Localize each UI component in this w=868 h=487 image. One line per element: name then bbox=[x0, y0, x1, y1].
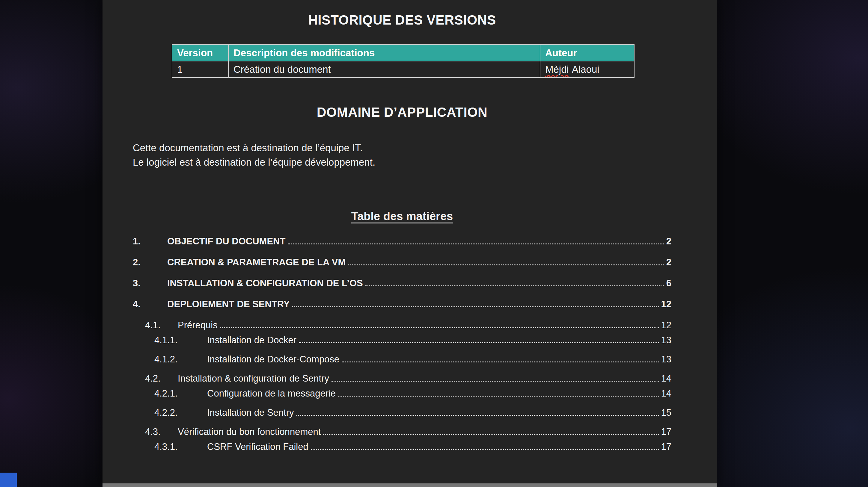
toc-leader-dots bbox=[342, 361, 658, 362]
version-history-table: Version Description des modifications Au… bbox=[172, 44, 634, 78]
toc-entry-number: 4.2.1. bbox=[154, 388, 207, 399]
toc-entry-page: 15 bbox=[661, 407, 671, 419]
column-header-version: Version bbox=[172, 45, 228, 61]
toc-leader-dots bbox=[299, 342, 658, 343]
toc-entry-4-2-1[interactable]: 4.2.1. Configuration de la messagerie 14 bbox=[133, 388, 671, 399]
toc-entry-3[interactable]: 3. INSTALLATION & CONFIGURATION DE L’OS … bbox=[133, 277, 671, 289]
author-first-name: Mèjdi bbox=[545, 64, 569, 75]
toc-entry-number: 1. bbox=[133, 235, 167, 248]
toc-entry-number: 4.3.1. bbox=[154, 441, 207, 453]
paragraph-line-2: Le logiciel est à destination de l’équip… bbox=[133, 155, 671, 169]
toc-entry-4-1-1[interactable]: 4.1.1. Installation de Docker 13 bbox=[133, 334, 671, 346]
toc-entry-label: Installation de Sentry bbox=[207, 407, 294, 419]
toc-entry-2[interactable]: 2. CREATION & PARAMETRAGE DE LA VM 2 bbox=[133, 256, 671, 268]
bottom-left-blue-accent bbox=[0, 473, 17, 487]
toc-entry-number: 4.1.2. bbox=[154, 353, 207, 365]
toc-entry-label: DEPLOIEMENT DE SENTRY bbox=[167, 298, 290, 310]
toc-entry-4-3[interactable]: 4.3. Vérification du bon fonctionnement … bbox=[133, 426, 671, 438]
toc-entry-4-1-2[interactable]: 4.1.2. Installation de Docker-Compose 13 bbox=[133, 353, 671, 365]
toc-entry-label: Installation & configuration de Sentry bbox=[178, 372, 329, 385]
paragraph-line-1: Cette documentation est à destination de… bbox=[133, 141, 671, 155]
toc-entry-number: 4.1.1. bbox=[154, 334, 207, 346]
toc-entry-1[interactable]: 1. OBJECTIF DU DOCUMENT 2 bbox=[133, 235, 671, 248]
cell-description: Création du document bbox=[228, 61, 540, 77]
toc-entry-label: CREATION & PARAMETRAGE DE LA VM bbox=[167, 256, 346, 268]
toc-leader-dots bbox=[323, 434, 658, 435]
toc-entry-label: Installation de Docker-Compose bbox=[207, 353, 339, 365]
toc-leader-dots bbox=[332, 381, 659, 382]
history-heading: HISTORIQUE DES VERSIONS bbox=[133, 12, 671, 28]
toc-entry-page: 6 bbox=[666, 277, 671, 289]
toc-entry-number: 4.1. bbox=[145, 319, 178, 331]
toc-entry-label: Configuration de la messagerie bbox=[207, 388, 336, 399]
toc-entry-page: 13 bbox=[661, 334, 671, 346]
toc-entry-page: 17 bbox=[661, 426, 671, 438]
toc-leader-dots bbox=[288, 244, 663, 245]
toc-leader-dots bbox=[365, 286, 664, 286]
domain-paragraph: Cette documentation est à destination de… bbox=[133, 141, 671, 169]
toc-entry-page: 2 bbox=[666, 256, 671, 268]
version-table-header-row: Version Description des modifications Au… bbox=[172, 45, 634, 61]
author-last-name: Alaoui bbox=[572, 64, 599, 75]
toc-entry-number: 4.2. bbox=[145, 372, 178, 385]
toc-entry-page: 12 bbox=[661, 319, 671, 331]
cell-version: 1 bbox=[172, 61, 228, 77]
toc-leader-dots bbox=[220, 327, 659, 328]
toc-title: Table des matières bbox=[133, 210, 671, 223]
toc-leader-dots bbox=[348, 264, 663, 265]
toc-entry-4-1[interactable]: 4.1. Prérequis 12 bbox=[133, 319, 671, 331]
toc-entry-page: 17 bbox=[661, 441, 671, 453]
column-header-description: Description des modifications bbox=[228, 45, 540, 61]
toc-entry-4-2-2[interactable]: 4.2.2. Installation de Sentry 15 bbox=[133, 407, 671, 419]
version-table-row: 1 Création du document MèjdiAlaoui bbox=[172, 61, 634, 77]
toc-entry-number: 4.2.2. bbox=[154, 407, 207, 419]
toc-entry-page: 14 bbox=[661, 372, 671, 385]
toc-entry-number: 2. bbox=[133, 256, 167, 268]
toc-entry-number: 3. bbox=[133, 277, 167, 289]
toc-entry-page: 14 bbox=[661, 388, 671, 399]
toc-entry-4[interactable]: 4. DEPLOIEMENT DE SENTRY 12 bbox=[133, 298, 671, 310]
toc-leader-dots bbox=[297, 415, 659, 416]
toc-leader-dots bbox=[338, 396, 658, 396]
toc-entry-number: 4. bbox=[133, 298, 167, 310]
toc-entry-label: OBJECTIF DU DOCUMENT bbox=[167, 235, 285, 248]
toc-entry-number: 4.3. bbox=[145, 426, 178, 438]
toc-entry-label: CSRF Verification Failed bbox=[207, 441, 308, 453]
toc-entry-label: INSTALLATION & CONFIGURATION DE L’OS bbox=[167, 277, 363, 289]
toc-entry-4-3-1[interactable]: 4.3.1. CSRF Verification Failed 17 bbox=[133, 441, 671, 453]
toc-entry-page: 2 bbox=[666, 235, 671, 248]
domain-heading: DOMAINE D’APPLICATION bbox=[133, 105, 671, 120]
toc-entry-label: Vérification du bon fonctionnement bbox=[178, 426, 321, 438]
toc-entry-label: Prérequis bbox=[178, 319, 218, 331]
document-page: HISTORIQUE DES VERSIONS Version Descript… bbox=[102, 0, 717, 487]
column-header-auteur: Auteur bbox=[540, 45, 634, 61]
toc-leader-dots bbox=[292, 306, 659, 307]
page-bottom-edge bbox=[102, 483, 717, 487]
table-of-contents: 1. OBJECTIF DU DOCUMENT 2 2. CREATION & … bbox=[133, 235, 671, 453]
toc-entry-label: Installation de Docker bbox=[207, 334, 297, 346]
toc-entry-page: 12 bbox=[661, 298, 671, 310]
toc-entry-page: 13 bbox=[661, 353, 671, 365]
cell-auteur: MèjdiAlaoui bbox=[540, 61, 634, 77]
toc-leader-dots bbox=[311, 449, 659, 450]
toc-entry-4-2[interactable]: 4.2. Installation & configuration de Sen… bbox=[133, 372, 671, 385]
